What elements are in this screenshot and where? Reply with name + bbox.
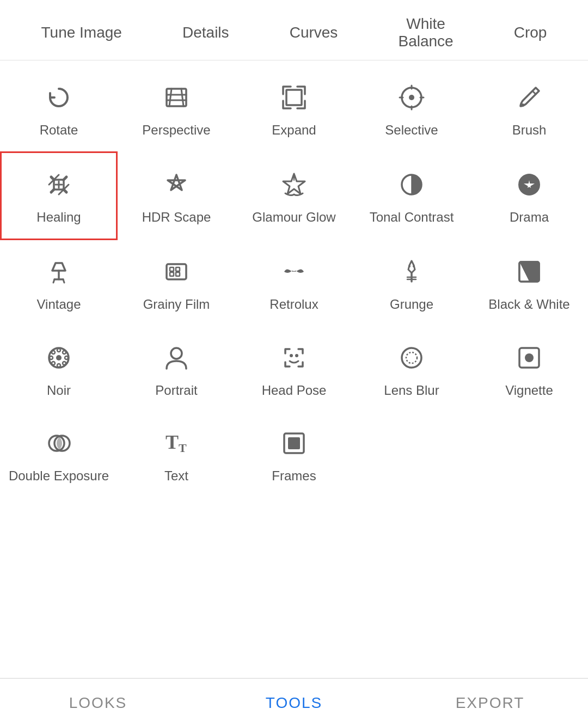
svg-point-57 [295,354,298,357]
grunge-label: Grunge [390,296,433,313]
text-label: Text [164,467,188,484]
svg-point-50 [65,356,68,359]
svg-line-2 [181,89,183,106]
double-exposure-label: Double Exposure [9,467,109,484]
svg-line-15 [49,180,53,185]
perspective-icon [162,81,191,114]
svg-point-49 [50,356,53,359]
glamour-icon [280,168,308,201]
tab-white-balance[interactable]: WhiteBalance [393,15,458,50]
brush-icon [515,81,543,114]
nav-export[interactable]: EXPORT [392,679,588,727]
svg-rect-34 [170,267,174,271]
svg-point-48 [57,364,60,367]
svg-text:T: T [179,441,187,455]
perspective-label: Perspective [142,121,210,138]
noir-label: Noir [47,382,71,399]
tab-details[interactable]: Details [177,24,235,41]
tool-glamour-glow[interactable]: Glamour Glow [235,151,353,240]
rotate-label: Rotate [40,121,78,138]
lens-blur-icon [397,341,426,374]
grainy-label: Grainy Film [143,296,210,313]
tool-lens-blur[interactable]: Lens Blur [353,326,470,412]
svg-point-55 [171,348,182,359]
svg-point-7 [409,95,414,100]
tool-grainy-film[interactable]: Grainy Film [118,240,235,326]
tab-tune-image[interactable]: Tune Image [36,24,127,41]
tool-brush[interactable]: Brush [470,66,588,151]
bottom-nav: LOOKS TOOLS EXPORT [0,678,588,727]
grunge-icon [397,255,426,288]
rotate-icon [45,81,73,114]
tool-tonal-contrast[interactable]: Tonal Contrast [353,151,470,240]
svg-rect-36 [170,272,174,276]
tool-retrolux[interactable]: Retrolux [235,240,353,326]
hdr-label: HDR Scape [142,209,211,225]
svg-marker-28 [52,263,65,271]
tool-vignette[interactable]: Vignette [470,326,588,412]
selective-icon [397,81,426,114]
retrolux-label: Retrolux [270,296,318,313]
top-tabs: Tune Image Details Curves WhiteBalance C… [0,0,588,60]
tool-hdr-scape[interactable]: HDR Scape [118,151,235,240]
retrolux-icon [280,255,308,288]
brush-label: Brush [512,121,547,138]
svg-rect-67 [288,437,300,449]
tool-double-exposure[interactable]: Double Exposure [0,412,118,497]
svg-point-12 [521,103,524,107]
svg-line-18 [59,190,63,194]
lens-blur-label: Lens Blur [384,382,439,399]
selective-label: Selective [385,121,438,138]
head-pose-icon [280,341,308,374]
svg-point-56 [290,354,293,357]
svg-point-42 [413,265,415,267]
tool-vintage[interactable]: Vintage [0,240,118,326]
svg-point-46 [56,355,62,361]
tool-text[interactable]: T T Text [118,412,235,497]
svg-line-31 [53,279,54,283]
tab-curves[interactable]: Curves [284,24,344,41]
svg-point-53 [63,351,66,354]
svg-point-52 [63,362,66,365]
drama-icon [515,168,543,201]
double-exposure-icon [45,427,73,460]
drama-label: Drama [510,209,549,225]
tonal-label: Tonal Contrast [370,209,454,225]
tool-grid-area: Rotate Perspective [0,60,588,678]
nav-tools[interactable]: TOOLS [196,679,392,727]
head-pose-label: Head Pose [262,382,327,399]
nav-looks[interactable]: LOOKS [0,679,196,727]
svg-text:T: T [166,431,179,453]
tool-rotate[interactable]: Rotate [0,66,118,151]
portrait-label: Portrait [155,382,197,399]
svg-line-32 [63,279,64,283]
tool-noir[interactable]: Noir [0,326,118,412]
svg-line-1 [169,89,171,106]
tool-drama[interactable]: Drama [470,151,588,240]
tab-crop[interactable]: Crop [509,24,553,41]
tool-head-pose[interactable]: Head Pose [235,326,353,412]
tool-portrait[interactable]: Portrait [118,326,235,412]
hdr-icon [162,168,191,201]
portrait-icon [162,341,191,374]
noir-icon [45,341,73,374]
svg-line-17 [54,175,59,179]
svg-point-54 [52,362,55,365]
tool-expand[interactable]: Expand [235,66,353,151]
tool-grunge[interactable]: Grunge [353,240,470,326]
svg-point-58 [402,348,421,368]
svg-rect-5 [286,90,302,105]
tonal-icon [397,168,426,201]
tool-black-white[interactable]: Black & White [470,240,588,326]
frames-icon [280,427,308,460]
tool-healing[interactable]: Healing [0,151,118,240]
tool-perspective[interactable]: Perspective [118,66,235,151]
vintage-label: Vintage [37,296,81,313]
tool-frames[interactable]: Frames [235,412,353,497]
black-white-label: Black & White [488,296,569,313]
svg-point-47 [57,349,60,352]
vintage-icon [45,255,73,288]
tool-grid: Rotate Perspective [0,66,588,497]
svg-rect-35 [176,267,180,271]
tool-selective[interactable]: Selective [353,66,470,151]
